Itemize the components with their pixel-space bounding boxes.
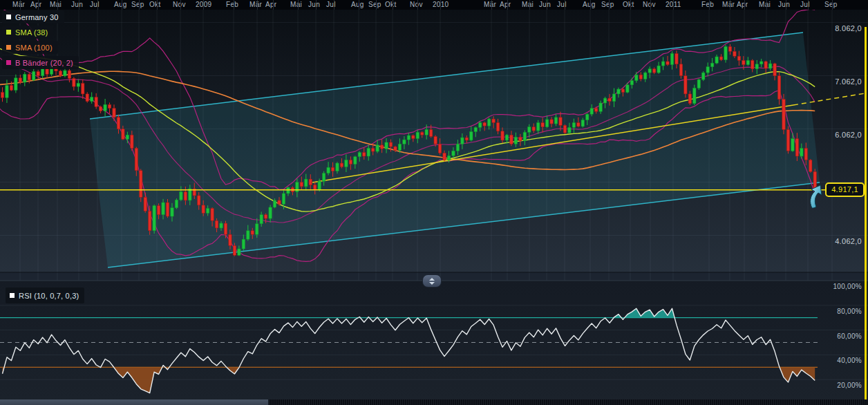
month-label: Okt xyxy=(385,1,396,8)
month-label: Aug xyxy=(583,1,596,8)
month-tick xyxy=(709,0,710,10)
sma38-swatch-icon xyxy=(6,30,11,35)
month-tick xyxy=(38,0,39,10)
month-tick xyxy=(376,0,377,10)
last-price-label: 4.917,1 xyxy=(825,182,865,197)
month-label: Mai xyxy=(290,1,302,8)
splitter-down-icon xyxy=(429,282,435,285)
month-label: Jun xyxy=(308,1,320,8)
month-label: Okt xyxy=(149,1,160,8)
month-tick xyxy=(808,0,809,10)
price-axis-label: 7.062,0 xyxy=(835,77,862,86)
month-tick xyxy=(650,0,651,10)
month-tick xyxy=(744,0,745,10)
rsi-axis-label: 100,00% xyxy=(833,283,862,290)
splitter-up-icon xyxy=(429,278,435,281)
month-label: Mai xyxy=(50,1,62,8)
legend-sma100-label: SMA (100) xyxy=(15,44,53,52)
month-label: Feb xyxy=(701,1,714,8)
legend-sma38-label: SMA (38) xyxy=(15,28,48,37)
month-tick xyxy=(507,0,508,10)
month-label: Feb xyxy=(226,1,238,8)
month-tick xyxy=(298,0,299,10)
month-label: Apr xyxy=(265,1,276,8)
month-label: Jun xyxy=(778,1,790,8)
legend-rsi[interactable]: RSI (10, 0,7, 0,3) xyxy=(6,288,84,303)
month-label: Apr xyxy=(30,1,41,8)
month-tick xyxy=(565,0,565,10)
month-label: Nov xyxy=(173,1,186,8)
time-axis[interactable]: MärAprMaiJunJulAugSepOktNov2009FebMärApr… xyxy=(0,0,868,10)
month-tick xyxy=(529,0,530,10)
month-label: Jun xyxy=(71,1,83,8)
month-tick xyxy=(139,0,140,10)
month-tick xyxy=(547,0,547,10)
month-label: Sep xyxy=(131,1,144,8)
legend-sma100[interactable]: SMA (100) xyxy=(2,41,58,54)
month-label: Mär xyxy=(249,1,262,8)
month-tick xyxy=(673,0,674,10)
price-axis-label: 8.062,0 xyxy=(835,24,862,32)
legend-bbands-label: B Bänder (20, 2) xyxy=(15,59,73,67)
chart-selection-border xyxy=(865,27,867,399)
month-label: Mai xyxy=(759,1,771,8)
month-tick xyxy=(79,0,79,10)
legend-germany30[interactable]: Germany 30 xyxy=(2,10,64,23)
germany30-swatch-icon xyxy=(6,15,11,19)
month-tick xyxy=(730,0,730,10)
month-tick xyxy=(257,0,258,10)
rsi-axis-label: 40,00% xyxy=(837,357,862,364)
sma100-swatch-icon xyxy=(6,45,11,50)
month-tick xyxy=(97,0,98,10)
rsi-axis-label: 80,00% xyxy=(837,308,862,315)
month-label: Sep xyxy=(368,1,381,8)
legend-bbands[interactable]: B Bänder (20, 2) xyxy=(2,56,79,69)
month-label: Mär xyxy=(12,1,25,8)
rsi-axis-label: 20,00% xyxy=(837,382,862,389)
month-tick xyxy=(491,0,492,10)
bbands-swatch-icon xyxy=(6,60,11,65)
chart-window: MärAprMaiJunJulAugSepOktNov2009FebMärApr… xyxy=(0,0,868,405)
price-axis-label: 4.062,0 xyxy=(835,237,862,245)
legend-germany30-label: Germany 30 xyxy=(15,13,59,21)
horizontal-scrollbar[interactable] xyxy=(0,399,868,405)
panel-splitter-button[interactable] xyxy=(422,274,442,288)
month-label: Apr xyxy=(500,1,511,8)
month-tick xyxy=(417,0,418,10)
rsi-swatch-icon xyxy=(10,293,15,298)
month-tick xyxy=(609,0,610,10)
month-tick xyxy=(590,0,591,10)
month-label: Mai xyxy=(522,1,534,8)
month-tick xyxy=(393,0,393,10)
month-tick xyxy=(122,0,122,10)
chart-canvas[interactable] xyxy=(0,0,868,405)
month-tick xyxy=(766,0,767,10)
month-label: Aug xyxy=(351,1,364,8)
month-tick xyxy=(316,0,317,10)
rsi-axis-label: 60,00% xyxy=(837,332,862,340)
month-label: Sep xyxy=(601,1,614,8)
month-tick xyxy=(273,0,274,10)
month-tick xyxy=(20,0,21,10)
scrollbar-thumb[interactable] xyxy=(0,399,269,405)
month-label: Apr xyxy=(737,1,748,8)
price-axis-label: 6.062,0 xyxy=(835,131,862,139)
legend-rsi-label: RSI (10, 0,7, 0,3) xyxy=(19,292,79,300)
month-tick xyxy=(57,0,58,10)
month-label: Sep xyxy=(824,1,838,8)
month-label: Okt xyxy=(623,1,634,8)
month-label: Mär xyxy=(484,1,496,8)
month-tick xyxy=(630,0,631,10)
legend-sma38[interactable]: SMA (38) xyxy=(2,26,53,39)
month-label: Jun xyxy=(539,1,551,8)
month-label: Mär xyxy=(722,1,735,8)
month-tick xyxy=(234,0,234,10)
month-tick xyxy=(334,0,334,10)
month-label: Nov xyxy=(643,1,656,8)
month-tick xyxy=(180,0,181,10)
month-tick xyxy=(203,0,204,10)
month-label: Aug xyxy=(114,1,127,8)
month-tick xyxy=(359,0,359,10)
month-tick xyxy=(157,0,158,10)
month-label: Nov xyxy=(410,1,423,8)
